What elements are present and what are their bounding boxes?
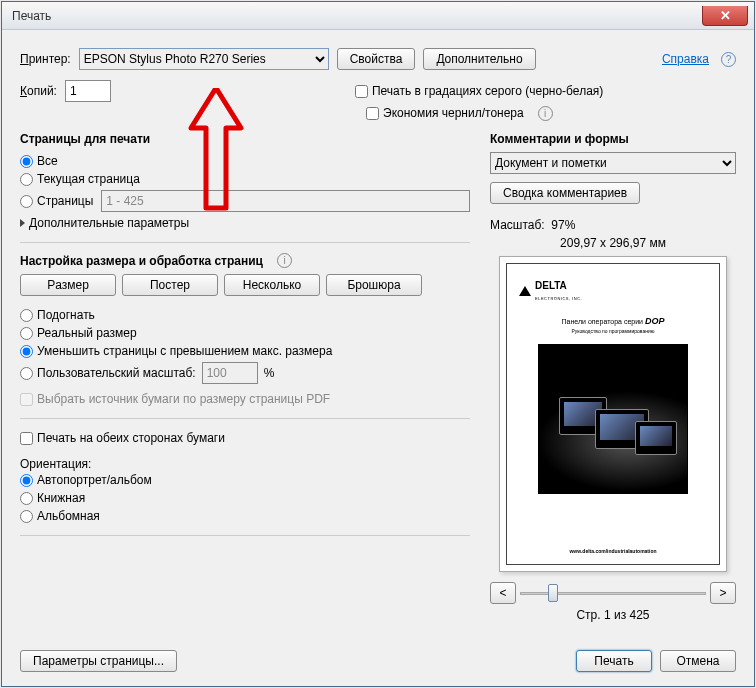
orient-auto-radio[interactable] [20, 474, 33, 487]
more-options-expander[interactable]: Дополнительные параметры [20, 214, 470, 232]
fit-radio[interactable] [20, 309, 33, 322]
page-counter: Стр. 1 из 425 [490, 608, 736, 622]
pages-range-radio[interactable] [20, 195, 33, 208]
prev-page-button[interactable]: < [490, 582, 516, 604]
pages-current-row[interactable]: Текущая страница [20, 170, 470, 188]
slider-thumb[interactable] [548, 584, 558, 602]
delta-logo: DELTA ELECTRONICS, INC. [519, 280, 582, 302]
titlebar: Печать ✕ [2, 2, 754, 30]
ink-checkbox-row[interactable]: Экономия чернил/тонера [366, 104, 524, 122]
poster-button[interactable]: Постер [122, 274, 218, 296]
preview-doc-subtitle: Руководство по программированию [571, 328, 654, 334]
page-setup-button[interactable]: Параметры страницы... [20, 650, 177, 672]
actual-size-radio[interactable] [20, 327, 33, 340]
ink-economy-checkbox[interactable] [366, 107, 379, 120]
comments-section-title: Комментарии и формы [490, 132, 736, 146]
chevron-left-icon: < [499, 586, 506, 600]
pages-range-input [101, 190, 470, 212]
custom-scale-radio[interactable] [20, 367, 33, 380]
help-link[interactable]: Справка [662, 52, 709, 66]
choose-source-checkbox [20, 393, 33, 406]
chevron-right-icon [20, 219, 25, 227]
preview-url: www.delta.com/industrialautomation [569, 548, 656, 554]
pages-all-row[interactable]: Все [20, 152, 470, 170]
close-icon: ✕ [720, 8, 731, 23]
zoom-slider[interactable] [520, 586, 706, 600]
chevron-right-icon: > [719, 586, 726, 600]
choose-source-row: Выбрать источник бумаги по размеру стран… [20, 390, 470, 408]
orient-landscape-radio[interactable] [20, 510, 33, 523]
print-dialog: Печать ✕ Принтер: EPSON Stylus Photo R27… [1, 1, 755, 687]
fit-row[interactable]: Подогнать [20, 306, 470, 324]
triangle-icon [519, 286, 531, 296]
preview-doc-title: Панели оператора серии DOP [562, 316, 665, 326]
custom-scale-input [202, 362, 258, 384]
grayscale-checkbox[interactable] [355, 85, 368, 98]
grayscale-checkbox-row[interactable]: Печать в градациях серого (черно-белая) [355, 82, 603, 100]
info-icon[interactable]: i [277, 253, 292, 268]
info-icon[interactable]: i [538, 106, 553, 121]
scale-label: Масштаб: [490, 218, 545, 232]
orientation-label: Ориентация: [20, 457, 470, 471]
paper-dimensions: 209,97 x 296,97 мм [490, 236, 736, 250]
preview-image [538, 344, 688, 494]
help-icon[interactable]: ? [721, 52, 736, 67]
sizing-section-title: Настройка размера и обработка страниц [20, 254, 263, 268]
shrink-radio[interactable] [20, 345, 33, 358]
print-button[interactable]: Печать [576, 650, 652, 672]
size-button[interactable]: Размер [20, 274, 116, 296]
actual-size-row[interactable]: Реальный размер [20, 324, 470, 342]
printer-dropdown[interactable]: EPSON Stylus Photo R270 Series [79, 48, 329, 70]
print-preview: DELTA ELECTRONICS, INC. Панели оператора… [499, 256, 727, 572]
orient-auto-row[interactable]: Автопортрет/альбом [20, 471, 470, 489]
scale-value: 97% [551, 218, 575, 232]
copies-input[interactable] [65, 80, 111, 102]
window-title: Печать [12, 9, 51, 23]
printer-label: Принтер: [20, 52, 71, 66]
advanced-button[interactable]: Дополнительно [423, 48, 535, 70]
custom-scale-row[interactable]: Пользовательский масштаб: % [20, 360, 470, 386]
orient-portrait-radio[interactable] [20, 492, 33, 505]
comments-dropdown[interactable]: Документ и пометки [490, 152, 736, 174]
multiple-button[interactable]: Несколько [224, 274, 320, 296]
comments-summary-button[interactable]: Сводка комментариев [490, 182, 640, 204]
next-page-button[interactable]: > [710, 582, 736, 604]
pages-range-row[interactable]: Страницы [20, 188, 470, 214]
duplex-row[interactable]: Печать на обеих сторонах бумаги [20, 429, 470, 447]
cancel-button[interactable]: Отмена [660, 650, 736, 672]
properties-button[interactable]: Свойства [337, 48, 416, 70]
shrink-row[interactable]: Уменьшить страницы с превышением макс. р… [20, 342, 470, 360]
pages-current-radio[interactable] [20, 173, 33, 186]
duplex-checkbox[interactable] [20, 432, 33, 445]
booklet-button[interactable]: Брошюра [326, 274, 422, 296]
pages-all-radio[interactable] [20, 155, 33, 168]
copies-label: Копий: [20, 84, 57, 98]
orient-landscape-row[interactable]: Альбомная [20, 507, 470, 525]
close-button[interactable]: ✕ [702, 6, 748, 26]
pages-section-title: Страницы для печати [20, 132, 470, 146]
orient-portrait-row[interactable]: Книжная [20, 489, 470, 507]
